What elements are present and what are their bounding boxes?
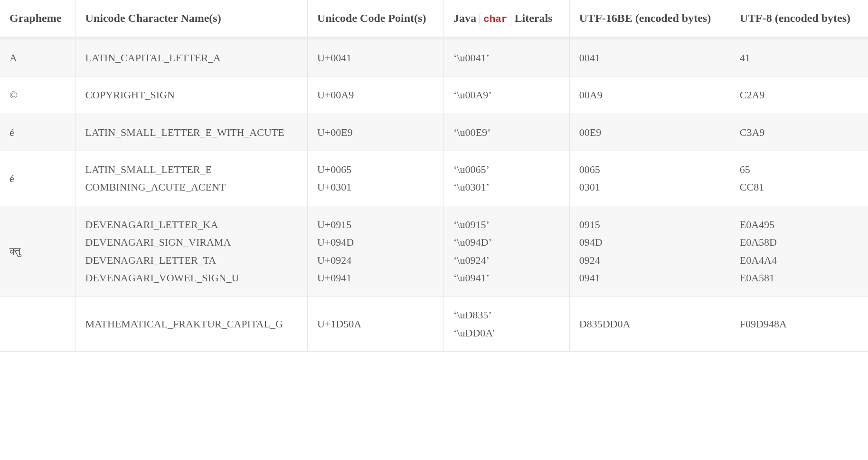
cell-unicode-name: LATIN_CAPITAL_LETTER_A bbox=[75, 38, 308, 77]
cell-utf8: 41 bbox=[730, 38, 868, 77]
cell-utf16be: 0041 bbox=[569, 38, 730, 77]
cell-code-point: U+1D50A bbox=[308, 297, 444, 352]
cell-unicode-name: DEVENAGARI_LETTER_KADEVENAGARI_SIGN_VIRA… bbox=[75, 206, 308, 297]
cell-code-point-line: U+0941 bbox=[317, 269, 434, 287]
cell-utf16be: D835DD0A bbox=[569, 297, 730, 352]
table-row: MATHEMATICAL_FRAKTUR_CAPITAL_GU+1D50A‘\u… bbox=[0, 297, 868, 352]
cell-java-literal-line: ‘\u0941’ bbox=[453, 269, 560, 287]
cell-java-literal-line: ‘\uDD0A’ bbox=[453, 324, 560, 342]
cell-java-literal: ‘\u00A9’ bbox=[444, 77, 570, 114]
cell-code-point-line: U+0301 bbox=[317, 178, 434, 196]
cell-java-literal: ‘\u0065’‘\u0301’ bbox=[444, 151, 570, 206]
col-unicode-name: Unicode Character Name(s) bbox=[75, 0, 308, 38]
cell-utf8-line: E0A4A4 bbox=[740, 251, 859, 269]
cell-java-literal-line: ‘\u0915’ bbox=[453, 216, 560, 233]
cell-code-point-line: U+0924 bbox=[317, 251, 434, 269]
cell-utf8-line: 65 bbox=[740, 161, 859, 178]
col-java-literal: Java char Literals bbox=[444, 0, 570, 38]
char-code-token: char bbox=[479, 13, 511, 26]
table-row: éLATIN_SMALL_LETTER_ECOMBINING_ACUTE_ACE… bbox=[0, 151, 868, 206]
cell-java-literal-line: ‘\u094D’ bbox=[453, 233, 560, 251]
cell-unicode-name-line: LATIN_SMALL_LETTER_E bbox=[85, 161, 298, 178]
java-header-suffix: Literals bbox=[511, 12, 552, 24]
cell-code-point: U+0915U+094DU+0924U+0941 bbox=[308, 206, 444, 297]
cell-unicode-name-line: DEVENAGARI_VOWEL_SIGN_U bbox=[85, 269, 298, 287]
cell-code-point: U+00E9 bbox=[308, 114, 444, 151]
cell-unicode-name-line: COMBINING_ACUTE_ACENT bbox=[85, 178, 298, 196]
col-code-point: Unicode Code Point(s) bbox=[308, 0, 444, 38]
cell-java-literal-line: ‘\uD835’ bbox=[453, 306, 560, 324]
cell-grapheme bbox=[0, 297, 75, 352]
cell-code-point-line: U+0915 bbox=[317, 216, 434, 233]
col-utf8: UTF-8 (encoded bytes) bbox=[730, 0, 868, 38]
cell-utf8-line: CC81 bbox=[740, 178, 859, 196]
cell-utf16be: 00A9 bbox=[569, 77, 730, 114]
col-grapheme: Grapheme bbox=[0, 0, 75, 38]
cell-unicode-name-line: DEVENAGARI_SIGN_VIRAMA bbox=[85, 233, 298, 251]
cell-utf16be-line: 0301 bbox=[579, 178, 720, 196]
cell-utf8: 65CC81 bbox=[730, 151, 868, 206]
table-header-row: Grapheme Unicode Character Name(s) Unico… bbox=[0, 0, 868, 38]
cell-utf16be-line: 0941 bbox=[579, 269, 720, 287]
cell-java-literal-line: ‘\u0924’ bbox=[453, 251, 560, 269]
cell-utf16be: 00650301 bbox=[569, 151, 730, 206]
cell-grapheme: © bbox=[0, 77, 75, 114]
cell-utf16be: 0915094D09240941 bbox=[569, 206, 730, 297]
cell-code-point: U+0041 bbox=[308, 38, 444, 77]
cell-unicode-name-line: DEVENAGARI_LETTER_KA bbox=[85, 216, 298, 233]
cell-utf16be-line: 0924 bbox=[579, 251, 720, 269]
cell-java-literal: ‘\uD835’‘\uDD0A’ bbox=[444, 297, 570, 352]
java-header-prefix: Java bbox=[453, 12, 479, 24]
table-row: ALATIN_CAPITAL_LETTER_AU+0041‘\u0041’004… bbox=[0, 38, 868, 77]
cell-grapheme: क्तु bbox=[0, 206, 75, 297]
cell-unicode-name: LATIN_SMALL_LETTER_ECOMBINING_ACUTE_ACEN… bbox=[75, 151, 308, 206]
cell-code-point-line: U+0065 bbox=[317, 161, 434, 178]
cell-utf8-line: E0A58D bbox=[740, 233, 859, 251]
col-utf16be: UTF-16BE (encoded bytes) bbox=[569, 0, 730, 38]
table-row: ©COPYRIGHT_SIGNU+00A9‘\u00A9’00A9C2A9 bbox=[0, 77, 868, 114]
cell-grapheme: A bbox=[0, 38, 75, 77]
cell-utf8: F09D948A bbox=[730, 297, 868, 352]
cell-utf16be: 00E9 bbox=[569, 114, 730, 151]
cell-unicode-name: COPYRIGHT_SIGN bbox=[75, 77, 308, 114]
cell-code-point: U+00A9 bbox=[308, 77, 444, 114]
cell-code-point-line: U+094D bbox=[317, 233, 434, 251]
cell-java-literal: ‘\u00E9’ bbox=[444, 114, 570, 151]
cell-grapheme: é bbox=[0, 114, 75, 151]
cell-utf8: C3A9 bbox=[730, 114, 868, 151]
cell-java-literal-line: ‘\u0301’ bbox=[453, 178, 560, 196]
cell-java-literal: ‘\u0915’‘\u094D’‘\u0924’‘\u0941’ bbox=[444, 206, 570, 297]
cell-utf8: E0A495E0A58DE0A4A4E0A581 bbox=[730, 206, 868, 297]
cell-utf8: C2A9 bbox=[730, 77, 868, 114]
cell-unicode-name: LATIN_SMALL_LETTER_E_WITH_ACUTE bbox=[75, 114, 308, 151]
unicode-encoding-table: Grapheme Unicode Character Name(s) Unico… bbox=[0, 0, 868, 352]
table-body: ALATIN_CAPITAL_LETTER_AU+0041‘\u0041’004… bbox=[0, 38, 868, 352]
cell-utf16be-line: 0915 bbox=[579, 216, 720, 233]
cell-utf8-line: E0A581 bbox=[740, 269, 859, 287]
cell-utf8-line: E0A495 bbox=[740, 216, 859, 233]
cell-java-literal: ‘\u0041’ bbox=[444, 38, 570, 77]
cell-unicode-name: MATHEMATICAL_FRAKTUR_CAPITAL_G bbox=[75, 297, 308, 352]
table-row: क्तुDEVENAGARI_LETTER_KADEVENAGARI_SIGN_… bbox=[0, 206, 868, 297]
table-row: éLATIN_SMALL_LETTER_E_WITH_ACUTEU+00E9‘\… bbox=[0, 114, 868, 151]
cell-utf16be-line: 094D bbox=[579, 233, 720, 251]
cell-unicode-name-line: DEVENAGARI_LETTER_TA bbox=[85, 251, 298, 269]
cell-grapheme: é bbox=[0, 151, 75, 206]
cell-java-literal-line: ‘\u0065’ bbox=[453, 161, 560, 178]
cell-utf16be-line: 0065 bbox=[579, 161, 720, 178]
cell-code-point: U+0065U+0301 bbox=[308, 151, 444, 206]
